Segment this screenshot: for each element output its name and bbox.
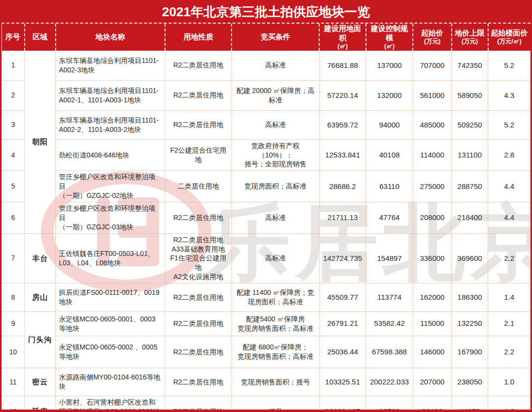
floor-price-value: 4.4	[488, 202, 531, 233]
bid-condition: 配建 20000 ㎡保障房；高标准	[232, 80, 319, 110]
area-value: 142724.735	[319, 233, 366, 283]
land-use: R2二类居住用地	[165, 336, 232, 368]
cap-price-value: 742350	[452, 51, 488, 80]
scale-value: 23720	[366, 396, 413, 412]
scale-value: 154897	[366, 233, 413, 283]
scale-value: 67598.388	[366, 336, 413, 368]
row-no: 8	[2, 284, 25, 312]
start-price-value: 146000	[413, 336, 451, 368]
area-value: 103325.51	[319, 368, 366, 396]
infographic-container: 乐居北京 2021年北京第三批土拍供应地块一览 序号 区域 地块名称 用地性质 …	[0, 0, 532, 412]
plot-name: 劲松街道0408-646地块	[56, 139, 165, 171]
land-auction-table: 序号 区域 地块名称 用地性质 竞买条件 建设用地面积(㎡) 建设控制规模(㎡)…	[1, 24, 531, 412]
start-price-value: 207000	[413, 368, 451, 396]
table-row: 3 东坝车辆基地综合利用项目1101-A002-2、1101-A003-2地块 …	[2, 110, 531, 139]
row-no: 2	[2, 80, 25, 110]
scale-value: 40108	[366, 139, 413, 171]
header-start-price: 起始价(万元)	[413, 24, 451, 51]
area-value: 63959.72	[319, 110, 366, 139]
plot-name: 永定镇MC00-0605-0001、0003等地块	[56, 312, 165, 336]
plot-name: 小营村、石河营村棚户区改造和环境整治项目YQ00-0006-0029地块	[56, 396, 165, 412]
floor-price-value: 1.4	[488, 284, 531, 312]
cap-price-value: 131100	[452, 139, 488, 171]
row-no: 11	[2, 368, 25, 396]
bid-condition: 高标准	[232, 51, 319, 80]
area-value: 13180.137	[319, 396, 366, 412]
scale-value: 94000	[366, 110, 413, 139]
cap-price-value: 167900	[452, 336, 488, 368]
scale-value: 53582.42	[366, 312, 413, 336]
scale-value: 200222.033	[366, 368, 413, 396]
land-use: R2二类居住用地	[165, 312, 232, 336]
plot-name: 东坝车辆基地综合利用项目1101-A002-2、1101-A003-2地块	[56, 110, 165, 139]
area-value: 25036.44	[319, 336, 366, 368]
scale-value: 137000	[366, 51, 413, 80]
table-header-row: 序号 区域 地块名称 用地性质 竞买条件 建设用地面积(㎡) 建设控制规模(㎡)…	[2, 24, 531, 51]
floor-price-value: 2.2	[488, 336, 531, 368]
bid-condition: 摇号	[232, 396, 319, 412]
scale-value: 113774	[366, 284, 413, 312]
area-value: 45509.77	[319, 284, 366, 312]
table-row: 7 丰台 王佐镇魏各庄FT00-0503-L01、 L03、L04、L06地块 …	[2, 233, 531, 283]
plot-name: 拱辰街道FS00-0111-0017、0019地块	[56, 284, 165, 312]
floor-price-value: 4.3	[488, 80, 531, 110]
start-price-value: 115000	[413, 312, 451, 336]
row-no: 1	[2, 51, 25, 80]
header-no: 序号	[2, 24, 25, 51]
header-scale: 建设控制规模(㎡)	[366, 24, 413, 51]
table-row: 4 劲松街道0408-646地块 F2公建混合住宅用地 竞政府持有产权（10%）…	[2, 139, 531, 171]
header-floor-price: 起始楼面价(万元/㎡)	[488, 24, 531, 51]
land-use: R2二类居住用地	[165, 80, 232, 110]
region-cell-fangshan: 房山	[25, 284, 56, 312]
cap-price-value: 186300	[452, 284, 488, 312]
header-region: 区域	[25, 24, 56, 51]
scale-value: 47764	[366, 202, 413, 233]
scale-value: 63110	[366, 171, 413, 202]
land-use: R2二类居住用地 A33基础教育用地 F1住宅混合公建用地 A2文化设施用地	[165, 233, 232, 283]
row-no: 9	[2, 312, 25, 336]
table-row: 9 门头沟 永定镇MC00-0605-0001、0003等地块 R2二类居住用地…	[2, 312, 531, 336]
cap-price-value: 589050	[452, 80, 488, 110]
plot-name: 永定镇MC00-0605-0002 、0005等地块	[56, 336, 165, 368]
land-use: R2二类居住用地	[165, 110, 232, 139]
land-use: R2二类居住用地	[165, 202, 232, 233]
area-value: 28686.2	[319, 171, 366, 202]
bid-condition: 高标准	[232, 202, 319, 233]
header-cap-price: 地价上限(万元)	[452, 24, 488, 51]
header-name: 地块名称	[56, 24, 165, 51]
bid-condition: 配建5400 ㎡保障房 竞现房销售面积；高标准	[232, 312, 319, 336]
area-value: 12533.841	[319, 139, 366, 171]
start-price-value: 162000	[413, 284, 451, 312]
area-value: 26791.21	[319, 312, 366, 336]
land-use: R2二类居住用地	[165, 284, 232, 312]
table-row: 12 延庆 小营村、石河营村棚户区改造和环境整治项目YQ00-0006-0029…	[2, 396, 531, 412]
bid-condition: 高标准	[232, 233, 319, 283]
row-no: 12	[2, 396, 25, 412]
bid-condition: 竞现房销售面积；摇号	[232, 368, 319, 396]
start-price-value: 114000	[413, 139, 451, 171]
plot-name: 东坝车辆基地综合利用项目1101-A002-1、1101-A003-1地块	[56, 80, 165, 110]
start-price-value: 275000	[413, 171, 451, 202]
floor-price-value: 2.8	[488, 139, 531, 171]
table-row: 1 朝阳 东坝车辆基地综合利用项目1101-A002-3地块 R2二类居住用地 …	[2, 51, 531, 80]
region-cell-fengtai: 丰台	[25, 233, 56, 283]
start-price-value: 485000	[413, 110, 451, 139]
start-price-value: 208000	[413, 202, 451, 233]
cap-price-value: 509250	[452, 110, 488, 139]
cap-price-value: 288750	[452, 171, 488, 202]
cap-price-value: 44850	[452, 396, 488, 412]
region-cell-chaoyang: 朝阳	[25, 51, 56, 233]
floor-price-value: 1.0	[488, 368, 531, 396]
floor-price-value: 2.2	[488, 233, 531, 283]
floor-price-value: 4.4	[488, 171, 531, 202]
start-price-value: 707000	[413, 51, 451, 80]
region-cell-miyun: 密云	[25, 368, 56, 396]
floor-price-value: 2.1	[488, 312, 531, 336]
plot-name: 管庄乡棚户区改造和环境整治项目 （一期）GZGJC-02地块	[56, 171, 165, 202]
land-use: R2二类居住用地	[165, 368, 232, 396]
plot-name: 水源路南侧MY00-0104-6016等地块	[56, 368, 165, 396]
page-title: 2021年北京第三批土拍供应地块一览	[1, 1, 531, 24]
start-price-value: 561000	[413, 80, 451, 110]
land-use: R2二类居住用地	[165, 51, 232, 80]
bid-condition: 竞现房面积；高标准	[232, 171, 319, 202]
